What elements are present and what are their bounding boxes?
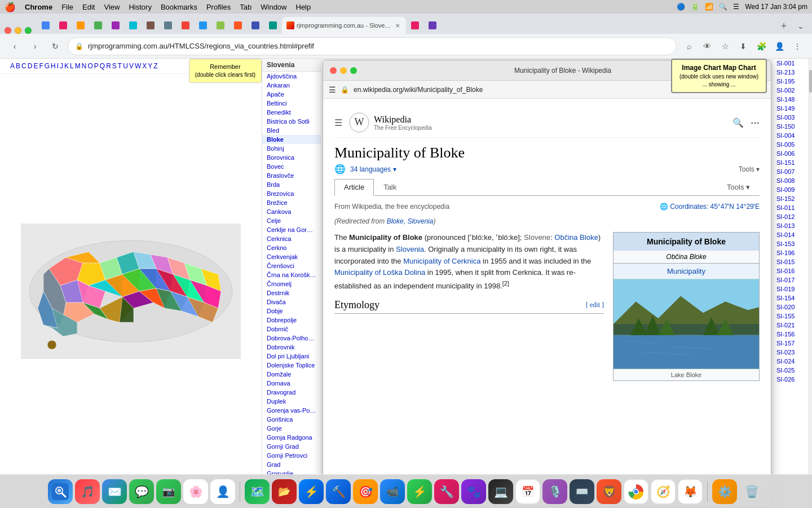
municipality-item-braslovce[interactable]: Braslovče [262,171,321,180]
tab-inactive-13[interactable] [247,17,264,34]
alpha-I[interactable]: I [57,62,59,70]
wiki-hamburger-icon[interactable]: ☰ [334,117,342,128]
dock-safari[interactable]: 🧭 [651,479,676,504]
tab-inactive-5[interactable] [107,17,124,34]
wiki-edit-link[interactable]: [ edit ] [586,301,604,309]
new-tab-button[interactable]: + [776,18,792,34]
dock-maps[interactable]: 🗺️ [245,479,270,504]
municipality-item-bloke[interactable]: Bloke [262,135,321,144]
tab-inactive-10[interactable] [195,17,211,34]
code-SI-020[interactable]: SI-020 [773,303,812,312]
code-SI-156[interactable]: SI-156 [773,330,812,339]
code-SI-021[interactable]: SI-021 [773,321,812,330]
dock-firefox[interactable]: 🦊 [678,479,703,504]
alpha-J[interactable]: J [60,62,63,70]
tab-inactive-7[interactable] [142,17,159,34]
alpha-W[interactable]: W [135,62,141,70]
bookmarks-menu[interactable]: Bookmarks [161,3,197,11]
map-container[interactable] [0,74,262,508]
dock-photos[interactable]: 🌸 [183,479,208,504]
municipality-item-brda[interactable]: Brda [262,180,321,189]
wiki-tab-article[interactable]: Article [334,179,374,196]
alpha-Z[interactable]: Z [153,62,157,70]
municipality-item-gorisnica[interactable]: Gorišnica [262,415,321,424]
file-menu[interactable]: File [61,3,73,11]
tab-inactive-8[interactable] [160,17,176,34]
download-button[interactable]: ⬇ [735,38,751,54]
profile-button[interactable]: 👤 [771,38,787,54]
close-button[interactable] [5,27,11,34]
municipality-item-ajdovscina[interactable]: Ajdovščina [262,72,321,81]
dock-facetime[interactable]: 📷 [156,479,181,504]
code-SI-003[interactable]: SI-003 [773,113,812,122]
dock-messages[interactable]: 💬 [129,479,154,504]
municipality-item-apace[interactable]: Apače [262,90,321,99]
maximize-button[interactable] [25,27,32,34]
view-menu[interactable]: View [104,3,120,11]
code-SI-195[interactable]: SI-195 [773,77,812,86]
edit-menu[interactable]: Edit [82,3,95,11]
code-SI-004[interactable]: SI-004 [773,131,812,140]
alpha-R[interactable]: R [106,62,111,70]
municipality-item-destrnik[interactable]: Destrnik [262,288,321,297]
tab-active[interactable]: rjmprogramming.com.au - Slovenia ✕ [282,17,406,34]
dock-contacts[interactable]: 👤 [210,479,235,504]
help-menu[interactable]: Help [296,3,311,11]
municipality-item-duplek[interactable]: Duplek [262,397,321,406]
profiles-menu[interactable]: Profiles [206,3,231,11]
alpha-O[interactable]: O [87,62,92,70]
history-menu[interactable]: History [129,3,151,11]
alpha-L[interactable]: L [70,62,74,70]
dock-paw[interactable]: 🐾 [461,479,486,504]
back-button[interactable]: ‹ [7,38,23,54]
dock-filezilla[interactable]: 📂 [272,479,297,504]
code-SI-150[interactable]: SI-150 [773,122,812,131]
dock-bbedit[interactable]: ⚡ [299,479,324,504]
search-icon[interactable]: 🔍 [719,3,727,11]
code-SI-009[interactable]: SI-009 [773,185,812,194]
municipality-item-beltinci[interactable]: Beltinci [262,99,321,108]
window-menu[interactable]: Window [261,3,286,11]
municipality-item-dobrovnik[interactable]: Dobrovnik [262,343,321,352]
municipality-item-celje[interactable]: Celje [262,216,321,225]
code-SI-151[interactable]: SI-151 [773,158,812,167]
wiki-tools-tab[interactable]: Tools ▾ [717,179,760,195]
municipality-item-gorje[interactable]: Gorje [262,424,321,433]
tab-inactive-2[interactable] [55,17,72,34]
alpha-F[interactable]: F [39,62,43,70]
dock-brave[interactable]: 🦁 [597,479,621,504]
tab-inactive-16[interactable] [407,17,423,34]
municipality-item-brezovica[interactable]: Brezovica [262,189,321,198]
code-SI-154[interactable]: SI-154 [773,294,812,303]
municipality-item-gorenja[interactable]: Gorenja vas-Poljane [262,406,321,415]
municipality-item-gornja-radgona[interactable]: Gornja Radgona [262,433,321,442]
code-SI-026[interactable]: SI-026 [773,375,812,384]
municipality-item-bohinj[interactable]: Bohinj [262,144,321,153]
tab-list-button[interactable]: ⌄ [794,19,807,33]
alpha-K[interactable]: K [64,62,69,70]
tab-inactive-12[interactable] [230,17,246,34]
code-SI-019[interactable]: SI-019 [773,284,812,294]
municipality-item-dobrnic[interactable]: Dobrnič [262,325,321,334]
dock-keyboard-maestro[interactable]: ⌨️ [570,479,594,504]
municipality-item-cerknica[interactable]: Cerknica [262,234,321,243]
alpha-V[interactable]: V [129,62,134,70]
forward-button[interactable]: › [27,38,43,54]
municipality-item-dolenjske[interactable]: Dolenjske Toplice [262,361,321,370]
dock-finder[interactable] [48,479,73,504]
municipality-item-brezice[interactable]: Brežice [262,198,321,207]
code-SI-149[interactable]: SI-149 [773,104,812,113]
wiki-coordinates[interactable]: 🌐 Coordinates: 45°47′N 14°29′E [660,203,760,211]
code-SI-002[interactable]: SI-002 [773,86,812,95]
alpha-P[interactable]: P [94,62,99,70]
code-SI-011[interactable]: SI-011 [773,203,812,212]
municipality-item-dornava[interactable]: Dornava [262,379,321,388]
code-SI-025[interactable]: SI-025 [773,366,812,375]
bookmark-button[interactable]: ☆ [717,38,733,54]
dock-mail[interactable]: ✉️ [102,479,127,504]
dock-music[interactable]: 🎵 [75,479,100,504]
code-SI-008[interactable]: SI-008 [773,176,812,185]
tab-close-button[interactable]: ✕ [394,21,401,29]
alpha-M[interactable]: M [75,62,81,70]
alpha-C[interactable]: C [21,62,27,70]
